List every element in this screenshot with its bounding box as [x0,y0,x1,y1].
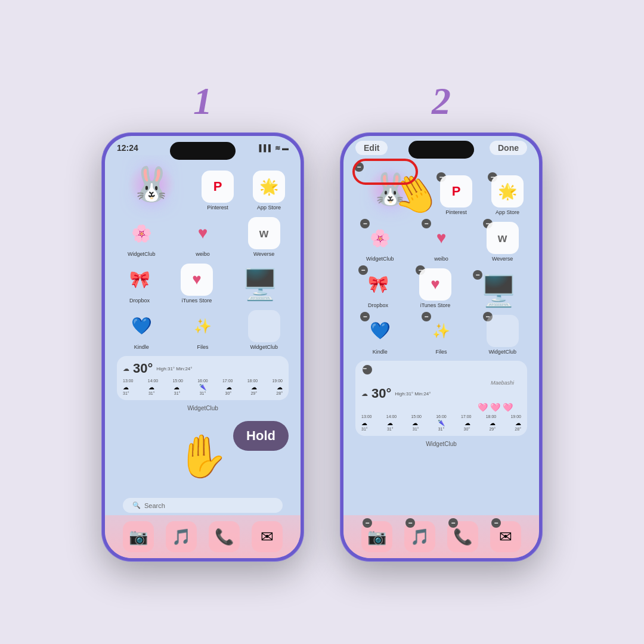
weather-temp-1: 30° [133,361,153,376]
kindle-icon-1[interactable]: 💙 Kindle [120,310,162,351]
itunes-app-2[interactable]: ♥ [419,268,451,301]
dock-phone-minus-2: − [448,518,458,528]
dock-phone-wrap-2: − 📞 [447,521,478,552]
widget-label-1: WidgetClub [111,404,295,413]
dock-music-minus-2: − [405,518,415,528]
dock-phone-1[interactable]: 📞 [209,521,240,552]
kindle-app-2[interactable]: 💙 [364,315,396,347]
widgetclub-app-1[interactable]: 🌸 [125,217,157,249]
itunes-icon-2[interactable]: − ♥ iTunes Store [414,268,456,309]
dock-mail-1[interactable]: ✉ [252,521,283,552]
widgetclub-icon-2[interactable]: − 🌸 WidgetClub [359,222,401,262]
widget-label-2: WidgetClub [349,439,533,448]
step-2-number: 2 [432,82,451,120]
appstore-app-1[interactable]: 🌟 [253,171,285,203]
itunes-app-1[interactable]: ♥ [181,264,213,296]
row2-1: 🌸 WidgetClub ♥ weibo w [111,215,295,260]
search-bar-1[interactable]: 🔍 Search [123,498,283,513]
phone-2-inner: Edit Done 🐰 − [343,136,539,558]
bunny-row-1: 🐰 P Pinterest 🌟 App Store [111,155,295,213]
dock-camera-wrap-2: − 📷 [361,521,392,552]
files-app-1[interactable]: ✨ [187,310,219,342]
widgetclub2-label-2: WidgetClub [488,349,516,355]
weverse-app-1[interactable]: w [248,217,280,249]
weather-widget-1: ☁ 30° High:31° Min:24° 13:0014:0015:0016… [117,356,289,400]
dropbox-icon-2[interactable]: − 🎀 Dropbox [357,268,399,309]
weverse-icon-1[interactable]: w Weverse [243,217,285,258]
dock-camera-minus-2: − [363,518,372,528]
bunny-icon-2: 🐰 − [354,162,426,216]
weather-cloud-1: ☁ [123,365,129,373]
step-1: 1 12:24 ▌▌▌ ≋ ▬ 🐰 [101,82,304,562]
kindle-label-2: Kindle [373,349,388,355]
status-bar-2: Edit Done [343,136,539,157]
weverse-icon-2[interactable]: − w Weverse [482,222,524,262]
weverse-app-2[interactable]: w [487,222,519,254]
widgetclub2-label-1: WidgetClub [250,344,278,351]
appstore-icon-2[interactable]: − 🌟 App Store [487,175,528,216]
dock-1: 📷 🎵 📞 ✉ [105,515,301,558]
weather-hours-1: 13:0014:0015:0016:0017:0018:0019:00 [123,379,283,383]
status-icons-1: ▌▌▌ ≋ ▬ [259,144,289,152]
row2-2: − 🌸 WidgetClub − ♥ weibo [349,219,533,265]
kindle-label-1: Kindle [134,344,149,351]
kindle-app-1[interactable]: 💙 [125,310,157,342]
dropbox-icon-1[interactable]: 🎀 Dropbox [119,264,160,304]
search-icon-1: 🔍 [132,501,141,509]
weather-widget-2: − Maebashi ☁ 30° High:31° Min:24° 🩷🩷🩷 [355,361,527,436]
weather-temps-1: 31°31°31°31°30°29°28° [123,391,283,395]
dock-camera-1[interactable]: 📷 [123,521,154,552]
kindle-icon-2[interactable]: − 💙 Kindle [359,315,401,355]
weather-cloud-2: ☁ [361,390,368,398]
weibo-app-1[interactable]: ♥ [187,217,219,249]
files-app-2[interactable]: ✨ [425,315,457,347]
widgetclub-app-2[interactable]: 🌸 [364,222,396,254]
files-icon-2[interactable]: − ✨ Files [420,315,462,355]
weather-sub-1: High:31° Min:24° [156,366,192,371]
widgetclub-icon-1[interactable]: 🌸 WidgetClub [120,217,162,258]
row4-1: 💙 Kindle ✨ Files [111,308,295,353]
step-2: 2 Edit Done 🐰 [340,82,543,562]
weather-minus-2: − [363,365,372,374]
row3-1: 🎀 Dropbox ♥ iTunes Store 🖥 [111,261,295,306]
widgetclub2-icon-1[interactable]: WidgetClub [243,310,285,351]
itunes-icon-1[interactable]: ♥ iTunes Store [176,264,218,304]
computer-app-1[interactable]: 🖥️ [236,267,284,302]
dropbox-app-2[interactable]: 🎀 [362,268,394,301]
appstore-icon-1[interactable]: 🌟 App Store [248,171,290,211]
computer-icon-2[interactable]: − 🖥️ [472,273,525,309]
phone-1: 12:24 ▌▌▌ ≋ ▬ 🐰 P [101,132,304,562]
files-icon-1[interactable]: ✨ Files [182,310,224,351]
widgetclub2-app-2[interactable] [487,315,519,347]
dropbox-app-1[interactable]: 🎀 [123,264,156,296]
pinterest-icon-1[interactable]: P Pinterest [197,171,239,211]
weather-temps-2: 31°31°31°31°30°29°28° [361,427,521,431]
edit-button[interactable]: Edit [355,141,388,155]
pinterest-icon-2[interactable]: − P Pinterest [435,175,477,216]
dock-music-1[interactable]: 🎵 [166,521,197,552]
computer-app-2[interactable]: 🖥️ [475,273,522,309]
weibo-app-2[interactable]: ♥ [425,222,457,254]
done-button[interactable]: Done [490,141,527,155]
weather-hours-2: 13:0014:0015:0016:0017:0018:0019:00 [361,414,521,419]
appstore-app-2[interactable]: 🌟 [491,175,524,208]
computer-icon-1[interactable]: 🖥️ [233,267,287,304]
search-text-1: Search [144,502,165,509]
weverse-label-2: Weverse [492,256,513,262]
hearts-row-2: 🩷🩷🩷 [361,402,521,412]
widgetclub2-app-1[interactable] [248,310,280,342]
row3-2: − 🎀 Dropbox − ♥ iTunes Store [349,266,533,311]
weibo-label-2: weibo [434,256,448,262]
pinterest-label-2: Pinterest [445,209,467,216]
weibo-icon-1[interactable]: ♥ weibo [182,217,224,258]
app-area-2: 🐰 − − P Pinterest − [343,157,539,515]
bunny-icon-1: 🐰 [116,157,187,211]
weather-top-2: ☁ 30° High:31° Min:24° [361,386,521,401]
itunes-label-1: iTunes Store [182,298,212,304]
weibo-label-1: weibo [196,251,210,258]
widgetclub2-icon-2[interactable]: − WidgetClub [482,315,524,355]
weather-icons-2: ☁☁☁🌂☁☁☁ [361,420,521,426]
pinterest-app-2[interactable]: P [440,175,472,208]
weibo-icon-2[interactable]: − ♥ weibo [420,222,462,262]
pinterest-app-1[interactable]: P [202,171,234,203]
